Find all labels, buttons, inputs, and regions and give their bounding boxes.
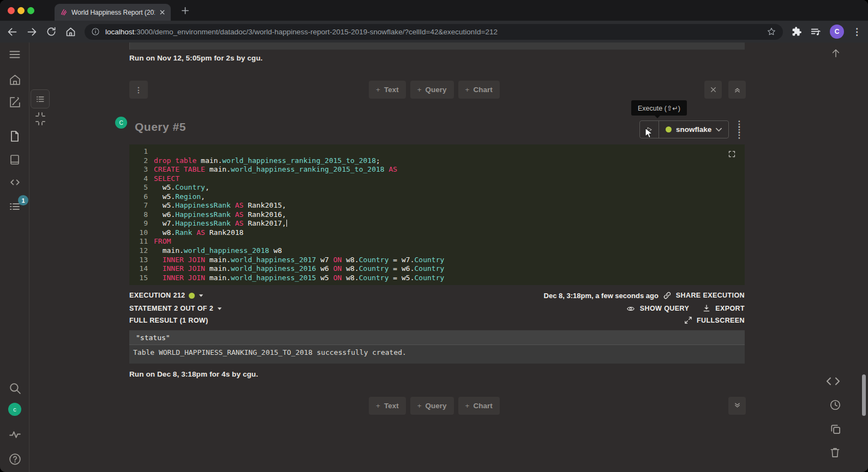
browser-menu-kebab-icon[interactable]: ⋮ <box>852 26 861 38</box>
eye-icon[interactable] <box>626 305 636 313</box>
code-line[interactable]: 12 main.world_happiness_2018 w8 <box>129 246 745 256</box>
copy-icon[interactable] <box>829 423 842 435</box>
code-line[interactable]: 9 w7.HappinessRank AS Rank2017, <box>129 219 745 228</box>
show-query-button[interactable]: SHOW QUERY <box>640 305 689 312</box>
plus-icon: + <box>417 402 422 410</box>
add-query-button[interactable]: +Query <box>410 81 454 99</box>
export-button[interactable]: EXPORT <box>715 305 745 312</box>
sidebar-compose-icon[interactable] <box>8 95 22 109</box>
scroll-to-top-icon[interactable] <box>830 47 841 59</box>
expand-next-cell-button[interactable] <box>728 397 746 415</box>
tab-strip: World Happiness Report (2015 <box>0 0 868 21</box>
delete-cell-button[interactable] <box>704 81 722 99</box>
sidebar-activity-icon[interactable] <box>8 428 22 441</box>
chevron-down-icon[interactable] <box>199 294 203 298</box>
download-icon[interactable] <box>702 304 711 313</box>
table-of-contents-button[interactable] <box>31 89 50 108</box>
statement-meta-row: STATEMENT 2 OUT OF 2 SHOW QUERY EXPORT <box>129 304 745 313</box>
code-line[interactable]: 4SELECT <box>129 174 745 184</box>
zoom-window-button[interactable] <box>27 7 34 14</box>
share-execution-button[interactable]: SHARE EXECUTION <box>676 292 745 299</box>
code-line[interactable]: 2drop table main.world_happiness_ranking… <box>129 156 745 166</box>
query-options-kebab-icon[interactable]: ⋮⋮⋮ <box>735 122 740 138</box>
execution-status-dot <box>189 293 195 299</box>
add-chart-button[interactable]: +Chart <box>458 81 500 99</box>
code-line[interactable]: 7 w5.HappinessRank AS Rank2015, <box>129 201 745 210</box>
code-line[interactable]: 3CREATE TABLE main.world_happiness_ranki… <box>129 165 745 174</box>
code-line[interactable]: 8 w6.HappinessRank AS Rank2016, <box>129 210 745 220</box>
sidebar-code-icon[interactable] <box>8 176 22 189</box>
reload-icon[interactable] <box>46 26 57 37</box>
execute-tooltip: Execute (⇧↵) <box>631 100 687 116</box>
url-bar[interactable]: localhost:3000/demo_environment/datadoc/… <box>85 24 783 40</box>
sidebar-search-icon[interactable] <box>8 382 22 395</box>
cell-options-kebab-button[interactable]: ⋮ <box>129 81 148 99</box>
result-row[interactable]: Table WORLD_HAPPINESS_RANKING_2015_TO_20… <box>129 345 745 356</box>
code-line[interactable]: 5 w5.Country, <box>129 183 745 192</box>
engine-picker-dropdown[interactable]: snowflake <box>659 125 728 134</box>
menu-hamburger-icon[interactable] <box>8 48 21 61</box>
cell-author-avatar: c <box>115 117 127 129</box>
add-text-button[interactable]: +Text <box>369 397 406 415</box>
bookmark-star-icon[interactable] <box>767 27 776 37</box>
add-chart-button[interactable]: +Chart <box>458 397 500 415</box>
query-cell-title[interactable]: Query #5 <box>135 120 186 134</box>
link-icon[interactable] <box>663 291 672 300</box>
add-query-button[interactable]: +Query <box>410 397 454 415</box>
insert-cell-toolbar-bottom: +Text +Query +Chart <box>369 397 500 415</box>
home-icon[interactable] <box>65 26 76 38</box>
minimize-window-button[interactable] <box>17 7 25 14</box>
new-tab-button[interactable] <box>181 6 190 15</box>
result-column-header[interactable]: "status" <box>129 330 745 345</box>
statement-label[interactable]: STATEMENT 2 OUT OF 2 <box>129 305 213 312</box>
extensions-puzzle-icon[interactable] <box>791 26 802 37</box>
sidebar-datadoc-icon[interactable] <box>8 130 21 143</box>
scrollbar-thumb[interactable] <box>862 374 866 416</box>
fullscreen-button[interactable]: FULLSCREEN <box>697 317 745 324</box>
previous-run-note: Run on Nov 12, 5:05pm for 2s by cgu. <box>129 54 262 62</box>
sidebar-help-icon[interactable] <box>8 452 22 466</box>
close-window-button[interactable] <box>8 7 15 14</box>
code-line[interactable]: 10 w8.Rank AS Rank2018 <box>129 228 745 238</box>
back-icon[interactable] <box>7 26 18 38</box>
collapse-cells-icon[interactable] <box>33 112 48 126</box>
tab-title: World Happiness Report (2015 <box>71 9 155 16</box>
history-clock-icon[interactable] <box>829 399 841 411</box>
code-line[interactable]: 11FROM <box>129 237 745 246</box>
result-table: "status" Table WORLD_HAPPINESS_RANKING_2… <box>129 330 745 364</box>
code-line[interactable]: 1 <box>129 147 745 156</box>
media-playlist-icon[interactable] <box>810 26 822 38</box>
url-text: localhost:3000/demo_environment/datadoc/… <box>105 28 761 36</box>
site-info-icon[interactable] <box>91 27 100 36</box>
plus-icon: + <box>417 86 422 94</box>
mouse-cursor <box>645 128 654 140</box>
code-editor[interactable]: 12drop table main.world_happiness_rankin… <box>129 144 745 285</box>
execution-timestamp: Dec 8, 3:18pm, a few seconds ago <box>544 292 659 300</box>
forward-icon[interactable] <box>26 26 38 38</box>
code-line[interactable]: 15 INNER JOIN main.world_happiness_2015 … <box>129 274 745 283</box>
plus-icon: + <box>376 402 380 410</box>
expand-arrows-icon[interactable] <box>684 316 692 324</box>
tab-close-icon[interactable] <box>159 9 166 16</box>
execution-label[interactable]: EXECUTION 212 <box>129 292 185 299</box>
site-favicon <box>59 8 68 16</box>
code-lines: 12drop table main.world_happiness_rankin… <box>129 147 745 282</box>
sidebar-home-icon[interactable] <box>8 73 22 87</box>
engine-status-dot <box>666 126 672 132</box>
result-meta-row: FULL RESULT (1 ROW) FULLSCREEN <box>129 316 745 324</box>
code-line[interactable]: 14 INNER JOIN main.world_happiness_2016 … <box>129 264 745 274</box>
chevron-down-icon[interactable] <box>217 307 222 311</box>
sidebar-book-icon[interactable] <box>8 153 21 166</box>
add-text-button[interactable]: +Text <box>369 81 406 99</box>
code-line[interactable]: 13 INNER JOIN main.world_happiness_2017 … <box>129 256 745 265</box>
insert-cell-toolbar: +Text +Query +Chart <box>369 81 500 99</box>
code-line[interactable]: 6 w5.Region, <box>129 192 745 202</box>
collapse-cell-button[interactable] <box>728 81 746 99</box>
plus-icon: + <box>376 86 380 94</box>
browser-profile-avatar[interactable]: C <box>830 25 844 39</box>
templated-code-icon[interactable] <box>825 376 841 386</box>
browser-tab[interactable]: World Happiness Report (2015 <box>55 4 171 21</box>
trash-icon[interactable] <box>829 446 841 459</box>
editor-fullscreen-icon[interactable] <box>728 150 736 158</box>
user-avatar[interactable]: c <box>8 403 21 416</box>
